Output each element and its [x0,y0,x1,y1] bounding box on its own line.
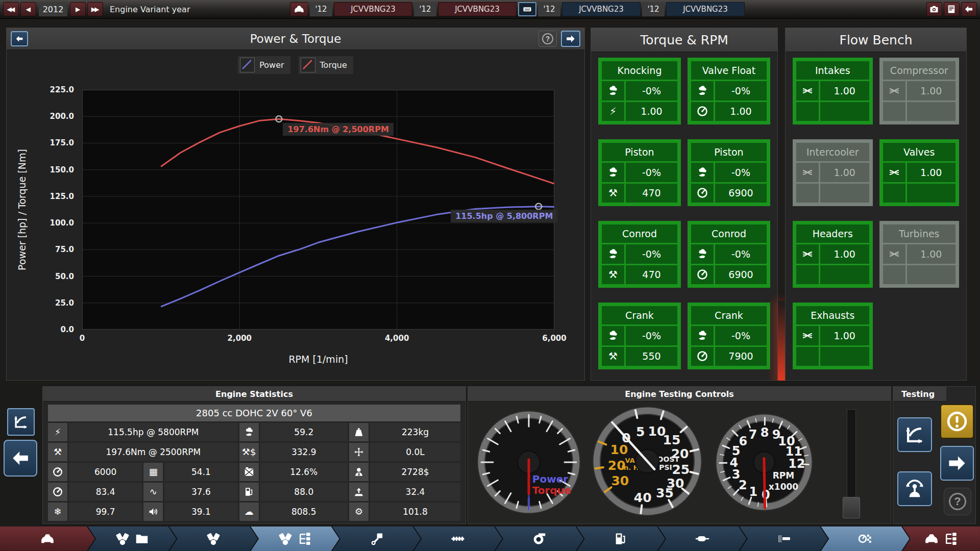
toolbar-tab-car-testing[interactable] [902,527,980,551]
right-arrow-icon [565,33,576,44]
chart-legend: PowerTorque [7,56,584,74]
run-test-button[interactable] [940,404,974,439]
throttle-cell [691,163,714,182]
chart-back-button[interactable] [11,31,28,46]
flow-bench-title: Flow Bench [840,33,913,47]
svg-text:Power: Power [532,473,568,485]
stat-value: 101.8 [370,503,460,521]
status-box-row: 1.00 [883,81,956,101]
toolbar-tab-top-end[interactable] [413,527,502,551]
next-step-button[interactable] [940,446,974,481]
screenshot-button[interactable] [926,2,942,16]
x-tick-label: 0 [80,334,85,343]
status-box-value: 470 [626,184,677,203]
svg-text:10: 10 [610,442,628,457]
status-box-row: 1.00 [883,244,956,264]
toolbar-tab-bottom-end[interactable] [332,527,421,551]
x-tick-label: 2,000 [228,334,252,343]
folder-icon [134,531,150,546]
toolbar-tab-car-design[interactable] [0,527,95,551]
x-axis-ticks: 02,0004,0006,000 [82,334,554,346]
status-box-intercooler[interactable]: Intercooler1.00 [793,139,873,206]
status-box-exhausts[interactable]: Exhausts1.00 [793,303,873,369]
project-tab[interactable]: JCVVBNG23 [562,2,641,16]
throttle-slider-handle[interactable] [843,497,860,518]
toolbar-tab-engine-variant[interactable] [169,527,258,551]
automation-dyno-screen: ◀◀ ◀ 2012 ▶ ▶▶ Engine Variant year '12JC… [0,0,980,551]
piston-icon [369,531,384,546]
status-box-value: 1.00 [820,163,869,182]
toolbar-tab-aspiration[interactable] [495,527,584,551]
stat-value: 115.5hp @ 5800RPM [69,423,238,441]
enginetop-icon [522,3,532,15]
throttle-icon [243,427,255,438]
chart-help-button[interactable]: ? [538,31,557,47]
status-box-title: Valves [883,143,956,161]
lever-icon [903,477,926,500]
previous-year-button[interactable]: ◀ [20,2,36,16]
toolbar-tab-dyno-testing[interactable] [821,527,910,551]
chart-title: Power & Torque [250,32,341,45]
engine-testing-controls-header: Engine Testing Controls [468,387,891,402]
toolbar-tab-engine-testing[interactable] [251,527,339,551]
peak-annotation: 197.6Nm @ 2,500RPM [283,123,393,136]
dial-cell [691,184,714,203]
first-year-button[interactable]: ◀◀ [3,2,19,16]
throttle-icon [696,330,708,342]
status-box-value: 1.00 [626,102,677,121]
project-tab[interactable]: JCVVBNG23 [438,2,517,16]
status-box-compressor[interactable]: Compressor1.00 [879,58,960,124]
status-box-value: -0% [715,81,767,101]
status-box-valves[interactable]: Valves1.00 [879,139,960,206]
chart-header: Power & Torque [7,28,584,50]
turbo-icon [532,531,547,546]
back-button[interactable] [961,2,977,16]
chart-next-button[interactable] [561,31,580,47]
stat-value: 54.1 [164,463,237,481]
manual-control-button[interactable] [897,471,932,506]
dyno-curve-button[interactable] [897,417,932,452]
last-year-button[interactable]: ▶▶ [87,2,103,16]
torque-rpm-panel: Torque & RPM Knocking-0%⚡1.00Valve Float… [591,28,778,381]
throttle-stat-icon-cell [239,423,259,441]
project-tab[interactable]: JCVVBNG23 [334,2,412,16]
toolbar-tab-finish[interactable] [740,527,828,551]
smooth-stat-icon-cell: ∿ [143,483,163,501]
flow-cell [796,81,819,101]
project-tab[interactable]: JCVVBNG23 [666,2,745,16]
svg-text:25: 25 [672,462,690,477]
svg-text:Torque: Torque [532,484,572,496]
flow-icon [801,248,814,260]
status-box-turbines[interactable]: Turbines1.00 [879,221,960,288]
graph-view-button[interactable] [7,408,35,436]
throttle-cell [691,244,714,264]
peak-annotation: 115.5hp @ 5,800RPM [451,210,557,222]
testing-help-button[interactable]: ? [944,488,971,515]
car-tab-icon-button[interactable] [290,2,308,16]
stat-value: 12.6% [260,463,348,481]
toolbar-tab-fuel-system[interactable] [577,527,666,551]
toolbar-tab-exhaust[interactable] [658,527,747,551]
wrench-icon: ⚒ [608,269,618,280]
report-button[interactable] [944,2,960,16]
throttle-slider-track[interactable] [847,409,856,501]
status-box-title: Crank [691,306,767,324]
status-box-value [820,347,869,366]
empty-cell [883,102,905,121]
legend-item-power: Power [237,56,290,74]
toolbar-tab-engine-family[interactable] [88,527,177,551]
status-box-intakes[interactable]: Intakes1.00 [793,58,873,124]
tab-year-label: '12 [414,2,436,16]
question-icon: ? [542,33,553,44]
svg-text:1: 1 [749,485,757,499]
torque-rpm-title: Torque & RPM [640,33,728,47]
engine-tab-icon-button[interactable] [518,2,536,16]
previous-screen-button[interactable] [4,440,37,477]
throttle-icon [607,330,619,342]
next-year-button[interactable]: ▶ [70,2,86,16]
flow-icon [888,248,900,260]
status-box-value [820,265,869,285]
flow-cell [883,81,905,101]
status-box-value: -0% [626,81,677,101]
status-box-headers[interactable]: Headers1.00 [793,221,873,288]
